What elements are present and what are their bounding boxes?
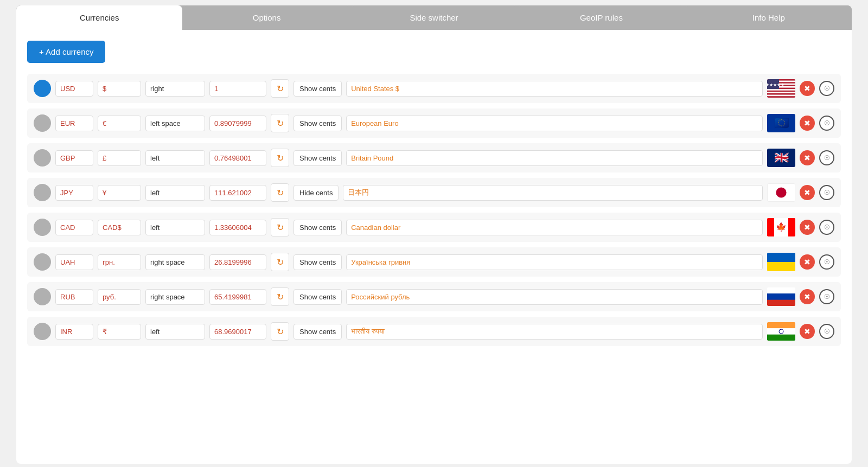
currency-rate-input[interactable] [209, 185, 266, 201]
move-currency-button[interactable]: ☉ [819, 289, 834, 304]
currency-rate-input[interactable] [209, 324, 266, 340]
currency-rate-input[interactable] [209, 289, 266, 305]
currency-flag [767, 287, 795, 306]
show-cents-button[interactable]: Hide cents [293, 185, 339, 201]
currency-position-input[interactable] [145, 254, 205, 270]
svg-text:🍁: 🍁 [776, 222, 787, 232]
currency-toggle[interactable] [34, 149, 51, 167]
delete-currency-button[interactable]: ✖ [800, 324, 815, 339]
currency-name-input[interactable] [346, 220, 763, 235]
show-cents-button[interactable]: Show cents [293, 81, 342, 97]
currency-rate-input[interactable] [209, 150, 266, 166]
currency-toggle[interactable] [34, 323, 51, 340]
svg-rect-5 [767, 92, 795, 93]
delete-currency-button[interactable]: ✖ [800, 220, 815, 235]
currency-code-input[interactable] [55, 81, 93, 97]
move-currency-button[interactable]: ☉ [819, 324, 834, 339]
currency-code-input[interactable] [55, 324, 93, 340]
move-currency-button[interactable]: ☉ [819, 150, 834, 165]
currency-row: ↻Show cents🇬🇧✖☉ [27, 143, 841, 172]
currency-symbol-input[interactable] [98, 185, 141, 201]
currency-position-input[interactable] [145, 116, 205, 131]
delete-currency-button[interactable]: ✖ [800, 185, 815, 200]
show-cents-button[interactable]: Show cents [293, 150, 342, 166]
currency-row: ↻Show cents ✖☉ [27, 247, 841, 277]
currency-flag [767, 322, 795, 341]
currency-rate-input[interactable] [209, 254, 266, 270]
refresh-rate-button[interactable]: ↻ [271, 253, 289, 271]
currency-row: ↻Show cents ✖☉ [27, 317, 841, 346]
delete-currency-button[interactable]: ✖ [800, 150, 815, 165]
main-content: + Add currency ↻Show cents ★★★★★★ ✖☉↻Sho… [16, 30, 852, 464]
currency-position-input[interactable] [145, 289, 205, 305]
currency-name-input[interactable] [346, 150, 763, 166]
currency-position-input[interactable] [145, 81, 205, 97]
currency-symbol-input[interactable] [98, 254, 141, 270]
currency-code-input[interactable] [55, 220, 93, 235]
currency-name-input[interactable] [346, 254, 763, 270]
currency-symbol-input[interactable] [98, 116, 141, 131]
currency-code-input[interactable] [55, 150, 93, 166]
refresh-rate-button[interactable]: ↻ [271, 322, 289, 341]
currency-position-input[interactable] [145, 185, 205, 201]
currency-position-input[interactable] [145, 150, 205, 166]
move-currency-button[interactable]: ☉ [819, 116, 834, 131]
currency-code-input[interactable] [55, 254, 93, 270]
delete-currency-button[interactable]: ✖ [800, 254, 815, 270]
tab-currencies[interactable]: Currencies [16, 5, 182, 30]
currency-row: ↻Show cents ✖☉ [27, 282, 841, 311]
currency-name-input[interactable] [346, 289, 763, 305]
currency-symbol-input[interactable] [98, 220, 141, 235]
currency-name-input[interactable] [346, 116, 763, 131]
show-cents-button[interactable]: Show cents [293, 116, 342, 131]
delete-currency-button[interactable]: ✖ [800, 116, 815, 131]
add-currency-button[interactable]: + Add currency [27, 41, 105, 63]
currency-code-input[interactable] [55, 185, 93, 201]
tab-info-help[interactable]: Info Help [686, 5, 852, 30]
currency-symbol-input[interactable] [98, 289, 141, 305]
refresh-rate-button[interactable]: ↻ [271, 218, 289, 236]
currency-name-input[interactable] [346, 81, 763, 97]
currency-toggle[interactable] [34, 114, 51, 132]
move-currency-button[interactable]: ☉ [819, 185, 834, 200]
svg-text:★★★★★★: ★★★★★★ [767, 82, 784, 87]
tab-side-switcher[interactable]: Side switcher [351, 5, 517, 30]
show-cents-button[interactable]: Show cents [293, 289, 342, 305]
currency-symbol-input[interactable] [98, 324, 141, 340]
currency-toggle[interactable] [34, 184, 51, 201]
refresh-rate-button[interactable]: ↻ [271, 79, 289, 98]
tab-options[interactable]: Options [183, 5, 349, 30]
refresh-rate-button[interactable]: ↻ [271, 149, 289, 167]
currency-symbol-input[interactable] [98, 150, 141, 166]
show-cents-button[interactable]: Show cents [293, 254, 342, 270]
show-cents-button[interactable]: Show cents [293, 220, 342, 235]
svg-rect-16 [767, 287, 795, 293]
refresh-rate-button[interactable]: ↻ [271, 287, 289, 306]
move-currency-button[interactable]: ☉ [819, 254, 834, 270]
show-cents-button[interactable]: Show cents [293, 324, 342, 340]
currency-position-input[interactable] [145, 220, 205, 235]
currency-position-input[interactable] [145, 324, 205, 340]
currency-toggle[interactable] [34, 219, 51, 236]
currency-rate-input[interactable] [209, 81, 266, 97]
delete-currency-button[interactable]: ✖ [800, 289, 815, 304]
refresh-rate-button[interactable]: ↻ [271, 183, 289, 202]
delete-currency-button[interactable]: ✖ [800, 81, 815, 96]
currency-toggle[interactable] [34, 80, 51, 97]
currency-symbol-input[interactable] [98, 81, 141, 97]
currency-code-input[interactable] [55, 116, 93, 131]
svg-rect-21 [767, 335, 795, 341]
currency-row: ↻Show cents🇪🇺✖☉ [27, 108, 841, 138]
currency-rate-input[interactable] [209, 116, 266, 131]
move-currency-button[interactable]: ☉ [819, 220, 834, 235]
currency-toggle[interactable] [34, 288, 51, 305]
currency-rate-input[interactable] [209, 220, 266, 235]
currency-name-input[interactable] [346, 324, 763, 340]
currency-code-input[interactable] [55, 289, 93, 305]
tab-geoip[interactable]: GeoIP rules [518, 5, 684, 30]
move-currency-button[interactable]: ☉ [819, 81, 834, 96]
currency-name-input[interactable] [343, 185, 763, 201]
svg-rect-17 [767, 293, 795, 299]
currency-toggle[interactable] [34, 253, 51, 271]
refresh-rate-button[interactable]: ↻ [271, 114, 289, 132]
